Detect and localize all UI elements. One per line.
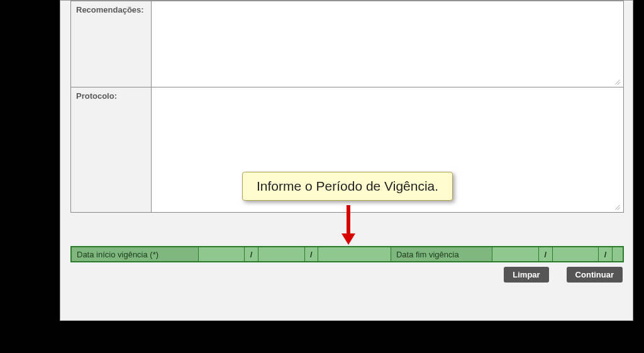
recomendacoes-textarea[interactable] — [152, 1, 623, 87]
form-panel: Recomendações: Protocolo: Informe o Perí… — [60, 0, 633, 321]
continue-button[interactable]: Continuar — [567, 267, 623, 283]
end-month-input[interactable] — [553, 247, 599, 261]
start-day-input[interactable] — [199, 247, 245, 261]
end-year-input[interactable] — [613, 247, 623, 261]
protocolo-label: Protocolo: — [71, 87, 152, 213]
svg-marker-1 — [341, 233, 355, 245]
clear-button[interactable]: Limpar — [504, 267, 548, 283]
date-separator: / — [599, 247, 613, 261]
start-year-input[interactable] — [318, 247, 391, 261]
tooltip-callout: Informe o Período de Vigência. — [242, 172, 453, 201]
end-day-input[interactable] — [492, 247, 538, 261]
arrow-down-icon — [340, 203, 357, 246]
recomendacoes-label: Recomendações: — [71, 1, 152, 87]
action-button-row: Limpar Continuar — [504, 267, 623, 283]
end-date-label: Data fim vigência — [391, 247, 493, 261]
start-date-label: Data início vigência (*) — [72, 247, 199, 261]
start-month-input[interactable] — [258, 247, 304, 261]
date-separator: / — [305, 247, 319, 261]
date-separator: / — [245, 247, 258, 261]
date-separator: / — [539, 247, 553, 261]
validity-period-bar: Data início vigência (*) / / Data fim vi… — [70, 246, 624, 262]
